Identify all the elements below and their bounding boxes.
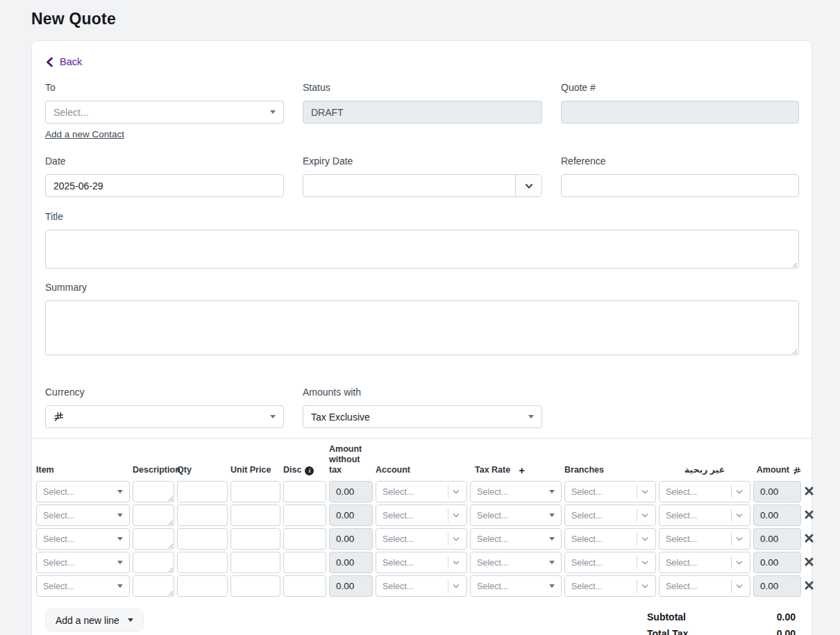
info-icon[interactable]: i	[305, 466, 314, 475]
to-select-placeholder: Select...	[53, 107, 89, 118]
caret-down-icon	[549, 537, 555, 541]
account-select[interactable]: Select...	[376, 481, 467, 502]
title-input[interactable]	[45, 230, 799, 269]
nonprofit-select[interactable]: Select...	[659, 481, 750, 502]
col-nonprofit: غير ربحية	[659, 465, 750, 475]
back-button[interactable]: Back	[45, 56, 82, 67]
disc-input[interactable]	[283, 481, 326, 502]
quote-number-field: Quote #	[561, 82, 799, 140]
unit-price-input[interactable]	[230, 505, 280, 526]
branches-select[interactable]: Select...	[564, 575, 656, 597]
description-cell	[133, 481, 174, 502]
add-line-button[interactable]: Add a new line	[45, 609, 144, 632]
summary-label: Summary	[45, 282, 798, 293]
disc-input[interactable]	[283, 505, 326, 526]
account-select[interactable]: Select...	[376, 505, 467, 526]
item-select[interactable]: Select...	[36, 528, 130, 550]
to-select[interactable]: Select...	[45, 101, 284, 124]
to-label: To	[45, 82, 284, 93]
caret-down-icon	[528, 415, 534, 418]
table-row: Select... 0.00 Select... Select... Selec…	[36, 481, 814, 502]
nonprofit-select[interactable]: Select...	[659, 505, 750, 526]
col-description: Description	[133, 465, 174, 475]
account-select[interactable]: Select...	[376, 575, 467, 597]
nonprofit-select[interactable]: Select...	[659, 552, 750, 573]
date-input[interactable]	[45, 174, 284, 197]
delete-line-button[interactable]	[804, 581, 814, 597]
item-select[interactable]: Select...	[36, 552, 130, 573]
description-input[interactable]	[133, 552, 174, 573]
chevron-down-icon	[452, 535, 460, 543]
description-input[interactable]	[133, 505, 174, 526]
qty-input[interactable]	[177, 481, 228, 502]
caret-down-icon	[117, 514, 123, 517]
currency-select[interactable]	[45, 405, 284, 428]
tax-rate-select[interactable]: Select...	[470, 481, 562, 502]
unit-price-input[interactable]	[230, 481, 280, 502]
item-select[interactable]: Select...	[36, 575, 130, 597]
item-select[interactable]: Select...	[36, 505, 130, 526]
reference-label: Reference	[561, 155, 799, 167]
description-input[interactable]	[133, 481, 174, 502]
nonprofit-select[interactable]: Select...	[659, 528, 750, 550]
summary-input[interactable]	[45, 300, 799, 355]
col-disc: Disc i	[283, 465, 326, 475]
amounts-with-select[interactable]: Tax Exclusive	[303, 405, 542, 428]
delete-line-button[interactable]	[804, 510, 814, 526]
status-field: Status	[303, 82, 542, 140]
chevron-down-icon	[641, 582, 649, 591]
description-input[interactable]	[133, 575, 174, 597]
disc-input[interactable]	[283, 528, 326, 550]
date-field: Date	[45, 155, 284, 197]
saudi-riyal-icon	[53, 412, 64, 422]
branches-select[interactable]: Select...	[564, 552, 656, 573]
reference-input[interactable]	[561, 174, 799, 197]
unit-price-input[interactable]	[230, 528, 280, 550]
tax-rate-select[interactable]: Select...	[470, 505, 562, 526]
tax-rate-select[interactable]: Select...	[470, 552, 562, 573]
unit-price-input[interactable]	[230, 552, 280, 573]
expiry-date-picker-button[interactable]	[515, 174, 542, 197]
caret-down-icon	[117, 537, 123, 541]
qty-input[interactable]	[177, 505, 228, 526]
col-item: Item	[36, 465, 130, 475]
qty-input[interactable]	[177, 575, 228, 597]
delete-line-button[interactable]	[804, 534, 814, 550]
caret-down-icon	[117, 490, 123, 493]
tax-rate-select[interactable]: Select...	[470, 528, 562, 550]
description-input[interactable]	[133, 528, 174, 550]
col-account: Account	[376, 465, 467, 475]
saudi-riyal-icon	[793, 466, 801, 475]
nonprofit-select[interactable]: Select...	[659, 575, 750, 597]
chevron-down-icon	[735, 559, 744, 567]
disc-input[interactable]	[283, 552, 326, 573]
total-tax-value: 0.00	[777, 625, 796, 635]
add-contact-link[interactable]: Add a new Contact	[45, 129, 124, 139]
branches-select[interactable]: Select...	[564, 481, 656, 502]
quote-number-label: Quote #	[561, 82, 799, 93]
amount-value: 0.00	[753, 528, 801, 550]
close-icon	[805, 510, 814, 519]
status-label: Status	[303, 82, 542, 93]
chevron-down-icon	[735, 511, 744, 520]
add-tax-rate-icon[interactable]: +	[519, 465, 525, 475]
qty-input[interactable]	[177, 552, 228, 573]
account-select[interactable]: Select...	[376, 528, 467, 550]
disc-input[interactable]	[283, 575, 326, 597]
table-row: Select... 0.00 Select... Select... Selec…	[36, 528, 814, 550]
table-row: Select... 0.00 Select... Select... Selec…	[36, 505, 814, 526]
caret-down-icon	[270, 415, 276, 418]
branches-select[interactable]: Select...	[564, 528, 656, 550]
expiry-date-input[interactable]	[303, 174, 516, 197]
qty-input[interactable]	[177, 528, 228, 550]
caret-down-icon	[549, 584, 555, 588]
delete-line-button[interactable]	[804, 486, 814, 502]
delete-line-button[interactable]	[804, 557, 814, 573]
branches-select[interactable]: Select...	[564, 505, 656, 526]
unit-price-input[interactable]	[230, 575, 280, 597]
tax-rate-select[interactable]: Select...	[470, 575, 562, 597]
table-row: Select... 0.00 Select... Select... Selec…	[36, 575, 814, 597]
quote-number-input	[561, 101, 799, 124]
item-select[interactable]: Select...	[36, 481, 130, 502]
account-select[interactable]: Select...	[376, 552, 467, 573]
